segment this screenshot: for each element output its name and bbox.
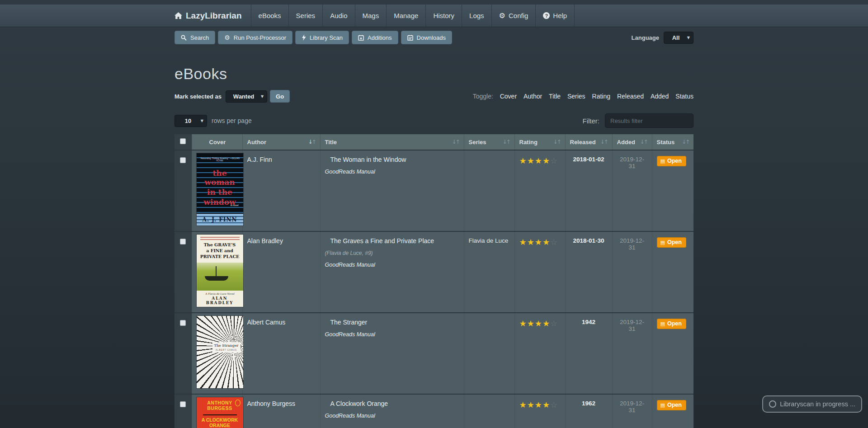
status-cell: ▤Open (652, 231, 693, 313)
sort-icon: ↓↑ (640, 139, 647, 145)
rating-stars: ★★★★☆ (519, 237, 558, 247)
book-title-link[interactable]: The Stranger (330, 319, 459, 326)
rating-cell: ★★★★☆ (514, 150, 565, 231)
book-cover[interactable]: The Stranger ALBERT CAMUS (197, 316, 243, 388)
added-cell: 2019-12-31 (612, 394, 652, 428)
nav-item-mags[interactable]: Mags (355, 5, 387, 27)
added-cell: 2019-12-31 (612, 231, 652, 313)
open-status-button[interactable]: ▤Open (657, 156, 686, 166)
toggle-author[interactable]: Author (524, 93, 542, 100)
toggle-status[interactable]: Status (675, 93, 693, 100)
language-label: Language (632, 34, 659, 41)
open-status-button[interactable]: ▤Open (657, 237, 686, 248)
additions-button[interactable]: Additions (352, 31, 398, 44)
header-rating[interactable]: ↓↑Rating (514, 134, 565, 150)
calendar-icon (407, 35, 413, 41)
action-toolbar: Search ⚙ Run Post-Processor Library Scan… (175, 31, 693, 44)
brand[interactable]: LazyLibrarian (175, 5, 251, 27)
home-icon (175, 12, 182, 19)
open-status-button[interactable]: ▤Open (657, 400, 686, 410)
table-row: The Stranger ALBERT CAMUS Albert Camus T… (175, 313, 693, 394)
author-cell: Albert Camus (242, 313, 320, 394)
table-header-row: Cover ↓↑Author ↓↑Title ↓↑Series ↓↑Rating… (175, 134, 693, 150)
nav-item-manage[interactable]: Manage (386, 5, 425, 27)
book-cover[interactable]: The GRAVE'S a FINE and PRIVATE PLACE A F… (197, 235, 243, 307)
status-cell: ▤Open (652, 150, 693, 231)
book-title-link[interactable]: The Woman in the Window (330, 156, 459, 163)
row-checkbox[interactable] (180, 239, 186, 245)
sort-icon: ↓↑ (502, 139, 509, 145)
nav-item-config[interactable]: ⚙ Config (491, 5, 536, 27)
released-cell: 2018-01-30 (565, 231, 612, 313)
go-button[interactable]: Go (270, 90, 290, 103)
mark-selected-select[interactable]: Wanted (226, 90, 267, 103)
library-scan-button[interactable]: Library Scan (295, 31, 349, 44)
series-cell (464, 394, 514, 428)
nav-item-help[interactable]: ? Help (535, 5, 575, 27)
book-source: GoodReads Manual (325, 169, 459, 175)
book-icon: ▤ (660, 321, 665, 327)
search-button[interactable]: Search (175, 31, 215, 44)
author-cell: A.J. Finn (242, 150, 320, 231)
nav-item-logs[interactable]: Logs (462, 5, 491, 27)
bolt-icon (302, 34, 306, 41)
header-series[interactable]: ↓↑Series (464, 134, 514, 150)
libraryscan-toast: Libraryscan in progress ... (762, 395, 862, 413)
rows-per-page-label: rows per page (212, 117, 252, 124)
book-title-link[interactable]: A Clockwork Orange (330, 400, 459, 407)
released-cell: 2018-01-02 (565, 150, 612, 231)
author-cell: Alan Bradley (242, 231, 320, 313)
search-icon (181, 35, 187, 41)
table-row: The GRAVE'S a FINE and PRIVATE PLACE A F… (175, 231, 693, 313)
rating-cell: ★★★★☆ (514, 394, 565, 428)
added-cell: 2019-12-31 (612, 150, 652, 231)
filter-input[interactable] (605, 113, 693, 128)
header-released[interactable]: ↓↑Released (565, 134, 612, 150)
run-post-processor-button[interactable]: ⚙ Run Post-Processor (218, 31, 292, 44)
penguin-logo (235, 400, 241, 406)
rows-per-page-select[interactable]: 10 (175, 115, 207, 127)
sort-icon: ↓↑ (553, 139, 560, 145)
nav-item-history[interactable]: History (425, 5, 462, 27)
toggle-rating[interactable]: Rating (592, 93, 610, 100)
toggle-released[interactable]: Released (617, 93, 644, 100)
toggle-title[interactable]: Title (549, 93, 561, 100)
select-all-checkbox[interactable] (180, 138, 186, 144)
book-cover[interactable]: “Astounding, Thrilling, Amazing.” —GILLI… (197, 153, 243, 226)
row-checkbox[interactable] (180, 320, 186, 326)
series-cell: Flavia de Luce (464, 231, 514, 313)
header-author[interactable]: ↓↑Author (242, 134, 320, 150)
mark-selected-label: Mark selected as (175, 93, 222, 100)
header-title[interactable]: ↓↑Title (320, 134, 464, 150)
rating-stars: ★★★★☆ (519, 156, 558, 165)
row-checkbox[interactable] (180, 401, 186, 407)
nav-item-audio[interactable]: Audio (322, 5, 354, 27)
toggle-series[interactable]: Series (567, 93, 585, 100)
nav-item-ebooks[interactable]: eBooks (251, 5, 288, 27)
title-cell: The Graves a Fine and Private Place (Fla… (320, 231, 464, 313)
status-cell: ▤Open (652, 313, 693, 394)
header-added[interactable]: ↓↑Added (612, 134, 652, 150)
open-status-button[interactable]: ▤Open (657, 319, 686, 329)
sort-icon: ↓↑ (600, 139, 607, 145)
row-checkbox[interactable] (180, 157, 186, 163)
book-title-link[interactable]: The Graves a Fine and Private Place (330, 237, 459, 245)
downloads-button[interactable]: Downloads (401, 31, 452, 44)
table-row: ANTHONY BURGESS A CLOCKWORK ORANGE Anth (175, 394, 693, 428)
nav-item-series[interactable]: Series (288, 5, 323, 27)
ebooks-table: Cover ↓↑Author ↓↑Title ↓↑Series ↓↑Rating… (175, 134, 693, 428)
series-cell (464, 150, 514, 231)
table-row: “Astounding, Thrilling, Amazing.” —GILLI… (175, 150, 693, 231)
rating-cell: ★★★★☆ (514, 313, 565, 394)
gear-icon: ⚙ (499, 11, 505, 20)
language-select[interactable]: All (664, 32, 693, 44)
header-status[interactable]: ↓↑Status (652, 134, 693, 150)
rating-stars: ★★★★☆ (519, 400, 558, 409)
series-link[interactable]: Flavia de Luce (469, 237, 509, 244)
book-cover[interactable]: ANTHONY BURGESS A CLOCKWORK ORANGE (197, 397, 243, 428)
toggle-cover[interactable]: Cover (500, 93, 517, 100)
toggle-added[interactable]: Added (651, 93, 669, 100)
calendar-plus-icon (358, 35, 364, 41)
column-toggle: Toggle: Cover Author Title Series Rating… (473, 93, 693, 100)
title-cell: The Woman in the Window GoodReads Manual (320, 150, 464, 231)
